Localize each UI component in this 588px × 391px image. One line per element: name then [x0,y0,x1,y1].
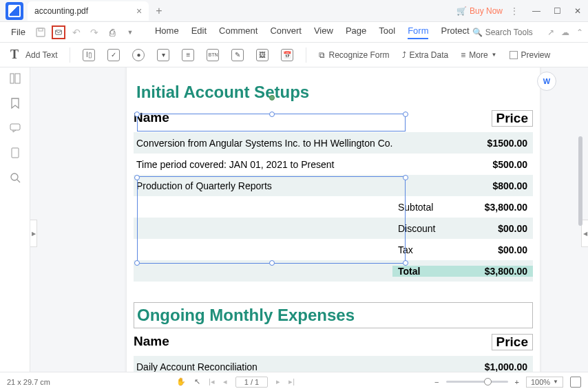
extra-data-label: Extra Data [410,50,449,60]
more-label: More [469,50,487,60]
thumbnails-icon[interactable] [8,72,22,85]
search-input[interactable] [485,28,540,37]
recognize-icon: ⧉ [319,50,325,60]
minimize-button[interactable]: — [526,1,547,21]
search-icon: 🔍 [472,28,483,37]
form-selection-box[interactable] [137,176,406,264]
close-window-button[interactable]: ✕ [567,1,588,21]
resize-handle[interactable] [269,112,275,117]
share-icon[interactable]: ↗ [547,28,554,37]
add-text-button[interactable]: T Add Text [7,47,57,63]
qat-dropdown-icon[interactable]: ▼ [123,25,137,39]
image-field-icon[interactable]: 🖼 [256,49,269,61]
zoom-level[interactable]: 100%▼ [526,377,563,388]
tab-tool[interactable]: Tool [379,25,395,39]
line-item-label: Time period covered: JAN 01, 2021 to Pre… [134,159,450,170]
cloud-icon[interactable]: ☁ [561,28,569,37]
signature-field-icon[interactable]: ✎ [231,49,244,61]
zoom-out-icon[interactable]: − [434,378,439,386]
first-page-icon[interactable]: |◂ [209,377,215,386]
zoom-thumb[interactable] [484,378,492,385]
rotate-handle[interactable] [269,95,275,101]
tab-edit[interactable]: Edit [191,25,207,39]
hand-tool-icon[interactable]: ✋ [176,377,186,386]
tab-view[interactable]: View [314,25,333,39]
preview-label: Preview [521,50,551,60]
user-menu-icon[interactable]: ⋮ [510,6,519,17]
tab-page[interactable]: Page [346,25,366,39]
save-icon[interactable] [34,25,48,39]
checkbox-icon [510,51,518,59]
pdf-page: Initial Account Setups Name Price Conver… [127,67,540,372]
line-item-amount: $800.00 [450,180,533,191]
bookmark-icon[interactable] [8,96,22,110]
page-indicator[interactable]: 1 / 1 [235,377,268,388]
resize-handle[interactable] [403,175,408,180]
select-tool-icon[interactable]: ↖ [194,377,200,386]
dropdown-field-icon[interactable]: ▾ [157,49,169,61]
resize-handle[interactable] [134,175,140,180]
tab-convert[interactable]: Convert [270,25,302,39]
app-logo [6,2,23,20]
text-field-icon[interactable]: I▯ [83,49,95,61]
line-item-amount: $1,000.00 [450,361,533,372]
zoom-slider[interactable] [446,381,508,383]
checkbox-field-icon[interactable]: ✓ [107,49,120,61]
total-label: Total [392,266,450,277]
resize-handle[interactable] [269,260,275,266]
resize-handle[interactable] [134,112,140,117]
list-field-icon[interactable]: ≡ [182,49,194,61]
svg-line-8 [17,180,20,182]
radio-field-icon[interactable]: ● [132,49,145,61]
section1-title: Initial Account Setups [134,83,533,102]
last-page-icon[interactable]: ▸| [288,377,295,386]
undo-icon[interactable]: ↶ [70,25,83,39]
svg-rect-1 [39,28,43,31]
tab-comment[interactable]: Comment [219,25,258,39]
fit-page-icon[interactable] [570,377,581,388]
email-icon[interactable] [52,25,65,39]
file-menu[interactable]: File [6,24,31,40]
prev-page-icon[interactable]: ◂ [223,377,227,386]
tax-amount: $00.00 [450,244,533,255]
document-tab[interactable]: accounting.pdf × [28,1,149,21]
status-bar: 21 x 29.7 cm ✋ ↖ |◂ ◂ 1 / 1 ▸ ▸| − + 100… [0,372,588,391]
resize-handle[interactable] [403,260,408,266]
hamburger-icon: ≡ [461,50,465,60]
attachment-icon[interactable] [8,146,22,160]
search-tools[interactable]: 🔍 [472,28,540,37]
resize-handle[interactable] [134,260,140,266]
next-page-icon[interactable]: ▸ [276,377,280,386]
new-tab-button[interactable]: + [156,5,162,17]
collapse-ribbon-icon[interactable]: ⌃ [576,28,583,37]
extra-data-button[interactable]: ⤴ Extra Data [402,50,449,60]
line-item-label: Conversion from Angular Systems Inc. to … [134,138,450,149]
svg-point-7 [11,173,18,180]
tab-form[interactable]: Form [408,25,428,39]
recognize-form-button[interactable]: ⧉ Recognize Form [319,50,389,60]
date-field-icon[interactable]: 📅 [281,49,293,61]
tab-protect[interactable]: Protect [441,25,469,39]
buy-now-link[interactable]: 🛒 Buy Now [456,6,503,16]
redo-icon[interactable]: ↷ [87,25,101,39]
word-export-button[interactable]: W [537,72,556,91]
document-tab-label: accounting.pdf [34,6,88,16]
more-button[interactable]: ≡ More ▼ [461,50,496,60]
button-field-icon[interactable]: BTN [207,49,219,61]
page-dimensions: 21 x 29.7 cm [7,378,50,386]
tab-home[interactable]: Home [155,25,179,39]
text-icon: T [7,47,22,63]
search-panel-icon[interactable] [8,171,22,184]
resize-handle[interactable] [403,112,408,117]
close-tab-icon[interactable]: × [136,6,142,17]
preview-toggle[interactable]: Preview [510,50,551,60]
print-icon[interactable]: ⎙ [105,25,119,39]
left-sidebar [0,67,30,372]
total-amount: $3,800.00 [450,266,533,277]
maximize-button[interactable]: ☐ [547,1,567,21]
chevron-down-icon: ▼ [492,52,497,58]
comment-panel-icon[interactable] [8,121,22,135]
svg-rect-3 [10,74,14,83]
name-column-header: Name [134,334,169,350]
zoom-in-icon[interactable]: + [515,378,519,386]
